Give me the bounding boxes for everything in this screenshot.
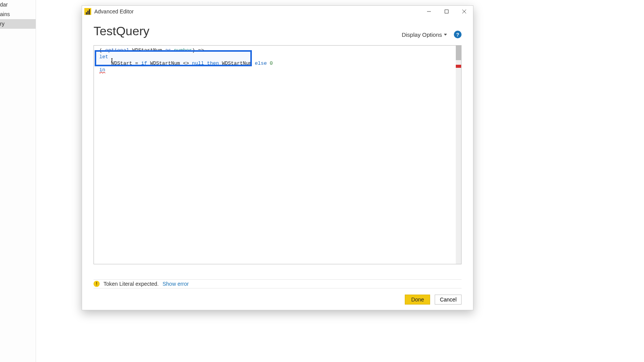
code-editor[interactable]: ( optional WDStartNum as number) => let … bbox=[94, 45, 462, 264]
close-button[interactable] bbox=[455, 6, 473, 17]
code-line-1: ( optional WDStartNum as number) => bbox=[95, 47, 455, 54]
display-options-label: Display Options bbox=[402, 31, 442, 38]
bg-item-selected: ry bbox=[0, 19, 36, 29]
code-line-2: let bbox=[95, 54, 455, 60]
bg-item: dar bbox=[0, 0, 36, 10]
chevron-down-icon bbox=[444, 34, 447, 36]
minimize-button[interactable] bbox=[420, 6, 438, 17]
dialog-footer: Done Cancel bbox=[405, 295, 462, 305]
help-icon: ? bbox=[456, 32, 459, 38]
status-bar: ! Token Literal expected. Show error bbox=[94, 279, 462, 288]
code-line-4: in bbox=[95, 67, 455, 73]
status-message: Token Literal expected. bbox=[104, 281, 159, 287]
vertical-scrollbar-thumb[interactable] bbox=[456, 46, 461, 60]
advanced-editor-dialog: Advanced Editor TestQuery Display Option… bbox=[82, 5, 473, 310]
header-right: Display Options ? bbox=[402, 31, 462, 38]
bg-item: ains bbox=[0, 10, 36, 19]
titlebar: Advanced Editor bbox=[82, 6, 473, 17]
display-options-dropdown[interactable]: Display Options bbox=[402, 31, 447, 38]
close-icon bbox=[462, 9, 467, 14]
help-button[interactable]: ? bbox=[454, 31, 462, 38]
error-marker[interactable] bbox=[456, 65, 461, 68]
vertical-scrollbar-track[interactable] bbox=[456, 46, 461, 264]
done-button[interactable]: Done bbox=[405, 295, 430, 305]
minimize-icon bbox=[427, 9, 431, 14]
maximize-button[interactable] bbox=[438, 6, 455, 17]
window-title: Advanced Editor bbox=[94, 8, 134, 15]
svg-rect-1 bbox=[445, 10, 449, 13]
maximize-icon bbox=[444, 9, 449, 14]
show-error-link[interactable]: Show error bbox=[163, 281, 189, 287]
code-line-3: WDStart = if WDStartNum <> null then WDS… bbox=[95, 60, 455, 67]
editor-body[interactable]: ( optional WDStartNum as number) => let … bbox=[94, 46, 456, 264]
window-controls bbox=[420, 6, 473, 17]
background-query-list: dar ains ry bbox=[0, 0, 36, 362]
query-name: TestQuery bbox=[94, 24, 150, 38]
header-row: TestQuery Display Options ? bbox=[82, 17, 473, 38]
app-icon bbox=[84, 8, 91, 15]
warning-icon: ! bbox=[94, 281, 100, 287]
cancel-button[interactable]: Cancel bbox=[435, 295, 462, 305]
